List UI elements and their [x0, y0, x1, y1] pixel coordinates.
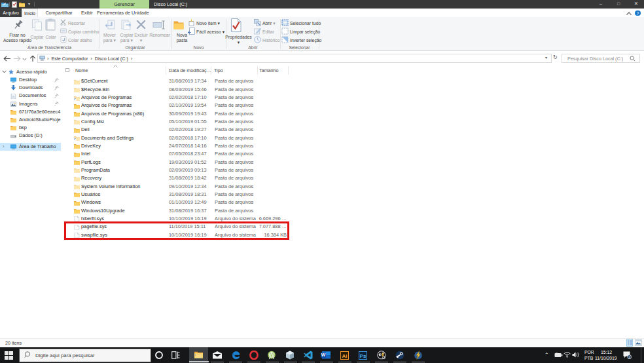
- svg-text:Ps: Ps: [360, 353, 367, 359]
- svg-text:Ai: Ai: [342, 353, 348, 359]
- svg-text:2: 2: [628, 355, 630, 359]
- svg-text:W: W: [321, 353, 326, 357]
